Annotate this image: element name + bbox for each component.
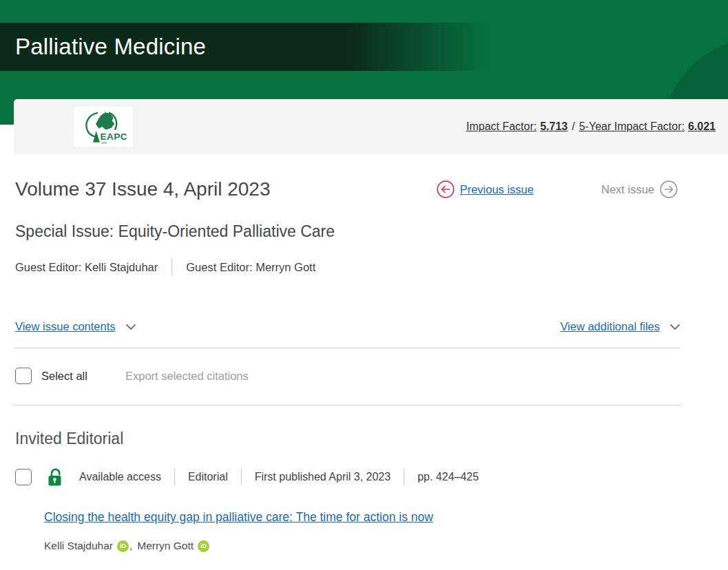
impact-factor-value: 5.713 [540, 120, 568, 132]
article-type: Editorial [188, 471, 228, 483]
article-authors: Kelli Stajduhar iD , Merryn Gott iD [44, 540, 713, 552]
article-meta-row: Available access Editorial First publish… [15, 467, 713, 487]
chevron-down-icon [669, 320, 680, 333]
orcid-icon[interactable]: iD [198, 540, 209, 552]
orcid-icon[interactable]: iD [117, 540, 129, 552]
article-title-row: Closing the health equity gap in palliat… [44, 509, 713, 525]
author-separator: , [129, 540, 132, 552]
vertical-divider [171, 258, 172, 276]
first-published-date: First published April 3, 2023 [255, 471, 391, 483]
issue-page-content: Volume 37 Issue 4, April 2023 Previous i… [0, 177, 728, 552]
select-all-row: Select all Export selected citations [15, 368, 713, 384]
eapc-logo-icon: EAPC vzw [76, 108, 130, 145]
view-issue-contents-label: View issue contents [15, 320, 116, 333]
journal-title: Palliative Medicine [15, 34, 206, 60]
svg-text:EAPC: EAPC [100, 131, 127, 142]
guest-editor-2: Guest Editor: Merryn Gott [186, 258, 315, 276]
select-all-label[interactable]: Select all [41, 370, 87, 383]
five-year-impact-factor-link[interactable]: 5-Year Impact Factor:6.021 [579, 120, 716, 133]
previous-issue-nav[interactable]: Previous issue [437, 180, 534, 198]
arrow-left-circle-icon[interactable] [437, 180, 455, 198]
next-issue-nav: Next issue [601, 180, 678, 198]
select-all-checkbox[interactable] [15, 368, 32, 384]
article-checkbox[interactable] [15, 469, 32, 485]
divider [14, 405, 680, 405]
view-issue-contents-dropdown[interactable]: View issue contents [15, 320, 136, 333]
impact-factor-bar: EAPC vzw Impact Factor:5.713 / 5-Year Im… [14, 99, 728, 154]
vertical-divider [174, 469, 175, 485]
previous-issue-link[interactable]: Previous issue [460, 183, 534, 196]
special-issue-heading: Special Issue: Equity-Oriented Palliativ… [15, 221, 713, 242]
impact-factor-links: Impact Factor:5.713 / 5-Year Impact Fact… [466, 99, 716, 154]
export-citations-label: Export selected citations [125, 370, 249, 383]
page-hero: Palliative Medicine EAPC vzw Impact Fact… [0, 0, 728, 154]
arrow-right-circle-icon [660, 180, 678, 198]
journal-title-band: Palliative Medicine [0, 23, 728, 71]
issue-toolbar: View issue contents View additional file… [15, 320, 713, 333]
chevron-down-icon [125, 320, 136, 333]
issue-heading: Volume 37 Issue 4, April 2023 [15, 177, 270, 202]
impact-factor-link[interactable]: Impact Factor:5.713 [466, 120, 568, 133]
open-padlock-icon [45, 467, 65, 487]
page-range: pp. 424–425 [417, 471, 479, 483]
svg-text:vzw: vzw [101, 141, 107, 145]
issue-header-row: Volume 37 Issue 4, April 2023 Previous i… [15, 177, 713, 202]
next-issue-label: Next issue [601, 183, 654, 196]
access-badge: Available access [79, 471, 161, 483]
article-title-link[interactable]: Closing the health equity gap in palliat… [44, 510, 433, 524]
impact-factor-separator: / [572, 120, 574, 133]
author-name[interactable]: Kelli Stajduhar [44, 540, 113, 552]
view-additional-files-label: View additional files [560, 320, 660, 333]
eapc-logo[interactable]: EAPC vzw [74, 107, 133, 147]
vertical-divider [241, 469, 242, 485]
guest-editors-row: Guest Editor: Kelli Stajduhar Guest Edit… [15, 258, 713, 276]
author-name[interactable]: Merryn Gott [137, 540, 194, 552]
vertical-divider [404, 469, 404, 485]
five-year-impact-factor-label: 5-Year Impact Factor: [579, 120, 685, 132]
divider [14, 348, 680, 348]
section-heading: Invited Editorial [15, 428, 713, 449]
issue-navigation: Previous issue Next issue [437, 180, 678, 198]
impact-factor-label: Impact Factor: [466, 120, 537, 132]
view-additional-files-dropdown[interactable]: View additional files [560, 320, 680, 333]
guest-editor-1: Guest Editor: Kelli Stajduhar [15, 258, 158, 276]
five-year-impact-factor-value: 6.021 [688, 120, 716, 132]
